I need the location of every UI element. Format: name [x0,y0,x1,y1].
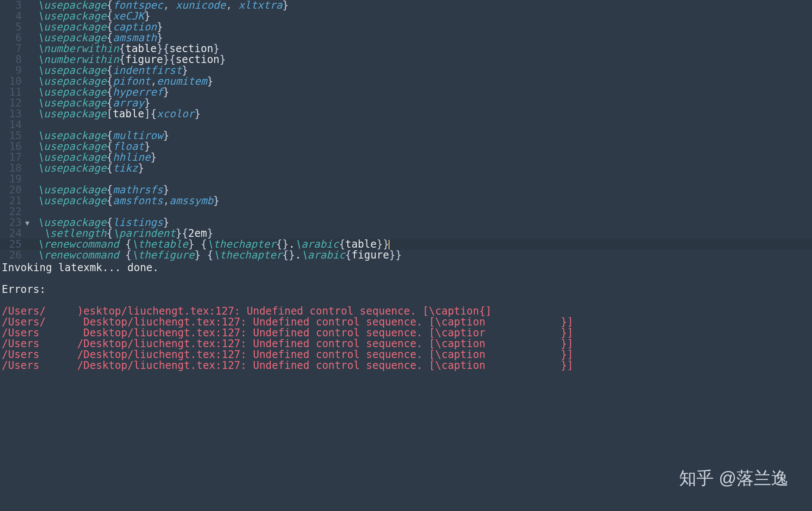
terminal-error-line: /Users Desktop/liuchengt.tex:127: Undefi… [2,328,810,338]
line-number: 23 [0,217,25,228]
fold-marker [25,212,36,212]
code-content[interactable]: \renewcommand {\thetable} {\thechapter{}… [36,239,389,250]
code-editor[interactable]: 3\usepackage{fontspec, xunicode, xltxtra… [0,0,812,261]
code-content[interactable]: \usepackage{float} [36,141,150,152]
line-number: 9 [0,65,25,76]
code-content[interactable]: \usepackage{tikz} [36,163,144,174]
code-line[interactable]: 11\usepackage{hyperref} [0,87,812,98]
fold-marker [25,81,36,82]
fold-marker [25,201,36,202]
line-number: 22 [0,206,25,217]
code-content[interactable]: \usepackage{fontspec, xunicode, xltxtra} [36,0,289,11]
fold-marker[interactable]: ▼ [25,217,36,229]
line-number: 26 [0,250,25,261]
code-content[interactable]: \usepackage{indentfirst} [36,65,188,76]
code-line[interactable]: 15\usepackage{multirow} [0,130,812,141]
line-number: 24 [0,228,25,239]
line-number: 11 [0,87,25,98]
fold-marker [25,157,36,158]
line-number: 14 [0,119,25,130]
code-content[interactable]: \numberwithin{table}{section} [36,43,220,54]
line-number: 20 [0,185,25,196]
code-line[interactable]: 24 \setlength{\parindent}{2em} [0,228,812,239]
code-line[interactable]: 20\usepackage{mathrsfs} [0,185,812,196]
line-number: 10 [0,76,25,87]
code-line[interactable]: 17\usepackage{hhline} [0,152,812,163]
line-number: 19 [0,174,25,185]
code-line[interactable]: 14 [0,119,812,130]
code-content[interactable]: \usepackage{hhline} [36,152,157,163]
code-content[interactable]: \usepackage{amsfonts,amssymb} [36,196,220,206]
code-line[interactable]: 10\usepackage{pifont,enumitem} [0,76,812,87]
text-cursor [389,240,389,249]
code-content[interactable]: \setlength{\parindent}{2em} [36,228,213,239]
code-line[interactable]: 21\usepackage{amsfonts,amssymb} [0,196,812,206]
code-content[interactable]: \usepackage{listings} [36,217,169,228]
fold-marker [25,190,36,191]
fold-marker [25,92,36,93]
terminal-status: Invoking latexmk... done. [2,262,810,273]
fold-marker [25,16,36,17]
terminal-error-line: /Users /Desktop/liuchengt.tex:127: Undef… [2,360,810,371]
line-number: 15 [0,130,25,141]
line-number: 4 [0,11,25,22]
code-line[interactable]: 22 [0,206,812,217]
code-content[interactable]: \renewcommand {\thefigure} {\thechapter{… [36,250,402,261]
code-line[interactable]: 16\usepackage{float} [0,141,812,152]
terminal-error-line: /Users /Desktop/liuchengt.tex:127: Undef… [2,349,810,360]
code-line[interactable]: 8\numberwithin{figure}{section} [0,54,812,65]
code-content[interactable]: \usepackage{mathrsfs} [36,185,169,196]
fold-marker [25,49,36,50]
fold-marker [25,38,36,39]
code-line[interactable]: 9\usepackage{indentfirst} [0,65,812,76]
fold-marker [25,27,36,28]
code-line[interactable]: 19 [0,174,812,185]
code-line[interactable]: 3\usepackage{fontspec, xunicode, xltxtra… [0,0,812,11]
code-line[interactable]: 18\usepackage{tikz} [0,163,812,174]
line-number: 25 [0,239,25,250]
line-number: 21 [0,196,25,206]
fold-marker [25,146,36,147]
code-content[interactable]: \usepackage{amsmath} [36,33,163,43]
code-content[interactable]: \usepackage{array} [36,98,150,109]
code-content[interactable]: \usepackage[table]{xcolor} [36,109,201,119]
code-content[interactable]: \usepackage{xeCJK} [36,11,150,22]
code-content[interactable]: \usepackage{hyperref} [36,87,169,98]
code-content[interactable]: \numberwithin{figure}{section} [36,54,226,65]
code-line[interactable]: 25\renewcommand {\thetable} {\thechapter… [0,239,812,250]
code-line[interactable]: 6\usepackage{amsmath} [0,33,812,43]
fold-marker [25,255,36,256]
fold-marker [25,114,36,115]
fold-marker [25,244,36,245]
code-line[interactable]: 7\numberwithin{table}{section} [0,43,812,54]
code-content[interactable]: \usepackage{multirow} [36,130,169,141]
line-number: 5 [0,22,25,33]
line-number: 13 [0,109,25,119]
code-line[interactable]: 26\renewcommand {\thefigure} {\thechapte… [0,250,812,261]
fold-marker [25,168,36,169]
code-line[interactable]: 4\usepackage{xeCJK} [0,11,812,22]
fold-marker [25,125,36,126]
line-number: 7 [0,43,25,54]
line-number: 18 [0,163,25,174]
fold-marker [25,136,36,136]
watermark-text: 知乎 @落兰逸 [679,466,789,490]
code-line[interactable]: 12\usepackage{array} [0,98,812,109]
code-line[interactable]: 13\usepackage[table]{xcolor} [0,109,812,119]
fold-marker [25,5,36,6]
fold-marker [25,70,36,71]
error-list: /Users/ )esktop/liuchengt.tex:127: Undef… [2,306,810,371]
line-number: 6 [0,33,25,43]
terminal-error-line: /Users /Desktop/liuchengt.tex:127: Undef… [2,338,810,349]
code-line[interactable]: 23▼\usepackage{listings} [0,217,812,228]
fold-marker [25,60,36,60]
line-number: 3 [0,0,25,11]
terminal-error-line: /Users/ Desktop/liuchengt.tex:127: Undef… [2,317,810,328]
line-number: 12 [0,98,25,109]
code-content[interactable]: \usepackage{pifont,enumitem} [36,76,213,87]
code-content[interactable]: \usepackage{caption} [36,22,163,33]
line-number: 16 [0,141,25,152]
code-line[interactable]: 5\usepackage{caption} [0,22,812,33]
terminal-error-line: /Users/ )esktop/liuchengt.tex:127: Undef… [2,306,810,317]
fold-marker [25,179,36,180]
